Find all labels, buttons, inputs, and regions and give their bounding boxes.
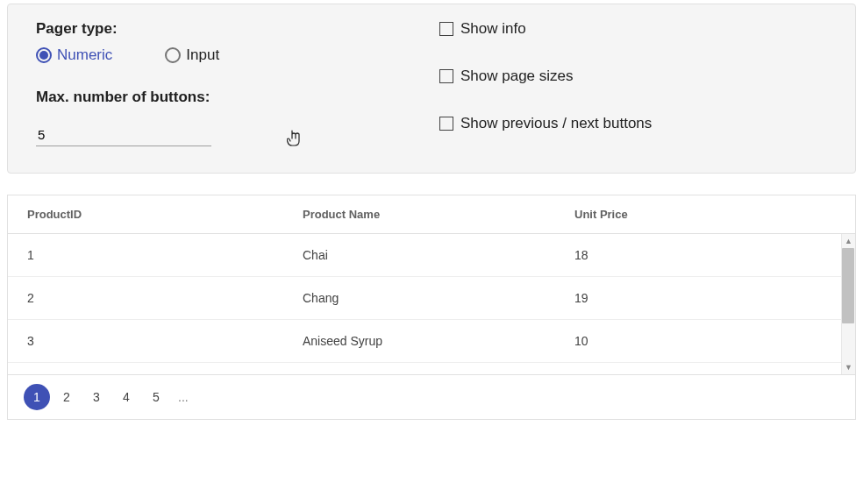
cell-productname: Chang xyxy=(289,277,560,320)
checkbox-show-page-sizes[interactable]: Show page sizes xyxy=(439,67,827,85)
cell-unitprice: 10 xyxy=(560,320,855,363)
config-right-column: Show info Show page sizes Show previous … xyxy=(439,20,827,146)
page-button-4[interactable]: 4 xyxy=(113,384,139,410)
page-button-3[interactable]: 3 xyxy=(83,384,110,410)
pager-type-radiogroup: Numeric Input xyxy=(36,46,439,64)
page-button-2[interactable]: 2 xyxy=(53,384,80,410)
table-row[interactable]: 2 Chang 19 xyxy=(8,277,855,320)
radio-input[interactable]: Input xyxy=(165,46,219,64)
cell-productid: 3 xyxy=(8,320,289,363)
checkbox-show-info-label: Show info xyxy=(460,20,526,38)
checkbox-show-info[interactable]: Show info xyxy=(439,20,827,38)
max-buttons-input[interactable] xyxy=(36,124,211,146)
radio-icon xyxy=(165,47,181,63)
column-header-productid[interactable]: ProductID xyxy=(8,195,289,234)
radio-input-label: Input xyxy=(186,46,219,64)
cell-productid: 1 xyxy=(8,234,289,277)
cell-productid: 2 xyxy=(8,277,289,320)
table-row[interactable]: 3 Aniseed Syrup 10 xyxy=(8,320,855,363)
scroll-thumb[interactable] xyxy=(842,248,854,323)
checkbox-show-prev-next[interactable]: Show previous / next buttons xyxy=(439,115,827,132)
config-panel: Pager type: Numeric Input Max. number of… xyxy=(7,4,856,174)
radio-numeric[interactable]: Numeric xyxy=(36,46,112,64)
page-button-1[interactable]: 1 xyxy=(24,384,50,410)
checkbox-icon xyxy=(439,69,453,83)
grid-body-scroll: 1 Chai 18 2 Chang 19 3 Aniseed Syrup 10 … xyxy=(8,234,855,374)
column-header-unitprice[interactable]: Unit Price xyxy=(560,195,855,234)
checkbox-icon xyxy=(439,22,453,36)
pager: 1 2 3 4 5 ... xyxy=(8,374,855,419)
column-header-productname[interactable]: Product Name xyxy=(289,195,560,234)
cell-unitprice: 18 xyxy=(560,234,855,277)
checkbox-icon xyxy=(439,117,453,131)
max-buttons-label: Max. number of buttons: xyxy=(36,89,439,106)
radio-icon xyxy=(36,47,52,63)
radio-numeric-label: Numeric xyxy=(57,46,112,64)
table-header-row: ProductID Product Name Unit Price xyxy=(8,195,855,234)
scroll-down-icon[interactable]: ▼ xyxy=(842,360,855,374)
config-left-column: Pager type: Numeric Input Max. number of… xyxy=(36,20,439,146)
table-row[interactable]: 1 Chai 18 xyxy=(8,234,855,277)
checkbox-show-page-sizes-label: Show page sizes xyxy=(460,67,574,85)
scroll-up-icon[interactable]: ▲ xyxy=(842,234,855,248)
pager-type-label: Pager type: xyxy=(36,20,439,38)
data-grid: ProductID Product Name Unit Price 1 Chai… xyxy=(7,195,856,420)
vertical-scrollbar[interactable]: ▲ ▼ xyxy=(841,234,855,374)
cell-unitprice: 19 xyxy=(560,277,855,320)
page-more-button[interactable]: ... xyxy=(173,390,194,404)
cell-productname: Aniseed Syrup xyxy=(289,320,560,363)
grid-table: ProductID Product Name Unit Price xyxy=(8,195,855,234)
cell-productname: Chai xyxy=(289,234,560,277)
checkbox-show-prev-next-label: Show previous / next buttons xyxy=(460,115,652,132)
page-button-5[interactable]: 5 xyxy=(143,384,169,410)
